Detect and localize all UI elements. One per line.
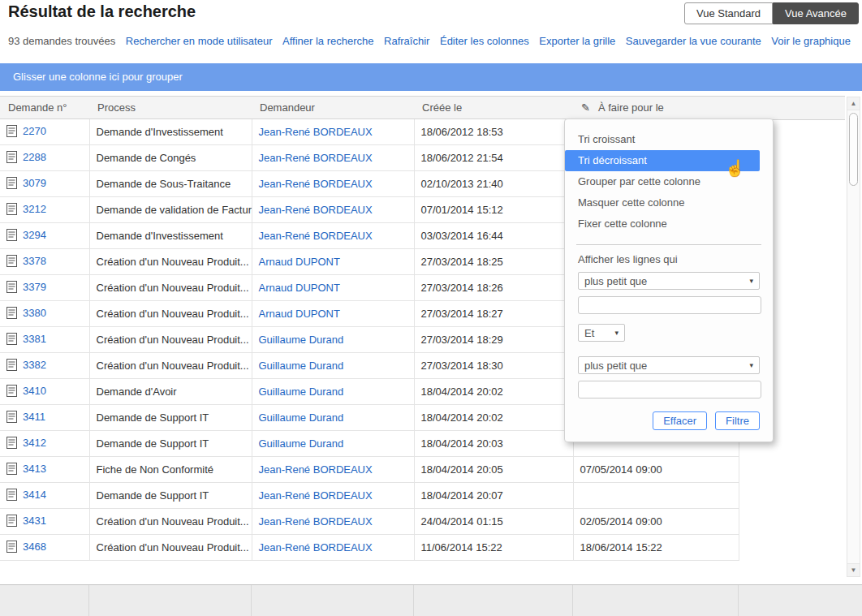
column-header-process[interactable]: Process: [89, 97, 252, 119]
request-id-link[interactable]: 3413: [23, 463, 46, 475]
scroll-up-button[interactable]: ▲: [847, 97, 860, 110]
view-advanced-button[interactable]: Vue Avancée: [773, 2, 859, 24]
document-icon: [6, 463, 17, 477]
created-date-cell: 18/04/2014 20:02: [414, 405, 573, 431]
toolbar-link[interactable]: Affiner la recherche: [282, 35, 374, 47]
filter-operator-2-select[interactable]: plus petit que ▾: [578, 356, 760, 374]
filter-logic-select[interactable]: Et ▾: [578, 324, 625, 342]
created-date-cell: 27/03/2014 18:30: [414, 353, 573, 379]
apply-filter-button[interactable]: Filtre: [715, 411, 760, 430]
requester-link[interactable]: Jean-René BORDEAUX: [259, 541, 373, 554]
toolbar-link[interactable]: Éditer les colonnes: [440, 35, 529, 47]
filter-value-1-input[interactable]: [578, 296, 761, 314]
request-id-link[interactable]: 3412: [23, 437, 46, 449]
menu-item[interactable]: Tri croissant: [565, 129, 773, 150]
requester-link[interactable]: Jean-René BORDEAUX: [259, 126, 373, 138]
requester-link[interactable]: Arnaud DUPONT: [259, 308, 340, 320]
menu-item[interactable]: Tri décroissant: [565, 150, 760, 171]
column-header-a-faire-pour-le[interactable]: ✎À faire pour le: [573, 97, 739, 119]
requester-link[interactable]: Guillaume Durand: [259, 386, 344, 398]
request-id-link[interactable]: 3381: [23, 333, 46, 345]
request-id-link[interactable]: 3410: [23, 385, 46, 397]
column-header-demande-no[interactable]: Demande n°: [0, 97, 89, 119]
table-row[interactable]: 3413 Fiche de Non Conformité Jean-René B…: [0, 457, 739, 483]
document-icon: [6, 385, 17, 399]
requester-link[interactable]: Jean-René BORDEAUX: [259, 204, 373, 216]
requester-link[interactable]: Jean-René BORDEAUX: [259, 230, 373, 242]
toolbar-link[interactable]: Voir le graphique: [771, 35, 851, 47]
request-id-link[interactable]: 3414: [23, 489, 46, 501]
column-header-creee-le[interactable]: Créée le: [414, 97, 573, 119]
process-cell: Demande d'Investissement: [89, 119, 252, 145]
request-id-link[interactable]: 3382: [23, 359, 46, 371]
toolbar-link[interactable]: Rechercher en mode utilisateur: [126, 35, 273, 47]
request-id-link[interactable]: 3380: [23, 307, 46, 319]
process-cell: Demande de Sous-Traitance: [89, 171, 252, 197]
requester-link[interactable]: Jean-René BORDEAUX: [259, 489, 373, 502]
request-id-link[interactable]: 3411: [23, 411, 45, 423]
request-id-link[interactable]: 2288: [23, 151, 46, 163]
filter-operator-2-value: plus petit que: [584, 360, 647, 372]
scroll-down-button[interactable]: ▼: [847, 563, 860, 576]
vertical-scrollbar[interactable]: ▲ ▼: [847, 97, 860, 577]
document-icon: [6, 489, 17, 503]
chevron-down-icon: ▾: [614, 329, 618, 337]
requester-link[interactable]: Jean-René BORDEAUX: [259, 463, 373, 476]
request-id-link[interactable]: 3431: [23, 515, 46, 527]
process-cell: Demande de Support IT: [89, 483, 252, 509]
requester-link[interactable]: Guillaume Durand: [259, 411, 344, 424]
request-id-link[interactable]: 3079: [23, 177, 46, 189]
document-icon: [6, 515, 17, 529]
created-date-cell: 07/01/2014 15:12: [414, 197, 573, 223]
process-cell: Demande de Support IT: [89, 405, 252, 431]
request-id-link[interactable]: 3212: [23, 203, 46, 215]
request-id-link[interactable]: 2270: [23, 125, 46, 137]
document-icon: [6, 359, 17, 373]
created-date-cell: 27/03/2014 18:26: [414, 275, 573, 301]
requester-link[interactable]: Guillaume Durand: [259, 360, 344, 372]
view-standard-button[interactable]: Vue Standard: [684, 2, 773, 24]
requester-link[interactable]: Jean-René BORDEAUX: [259, 178, 373, 190]
requester-link[interactable]: Arnaud DUPONT: [259, 256, 340, 268]
request-id-link[interactable]: 3294: [23, 229, 46, 241]
due-date-cell: 07/05/2014 09:00: [573, 457, 739, 483]
created-date-cell: 27/03/2014 18:25: [414, 249, 573, 275]
menu-item[interactable]: Masquer cette colonne: [565, 192, 773, 213]
table-header-row: Demande n° Process Demandeur Créée le ✎À…: [0, 97, 739, 119]
edit-column-icon[interactable]: ✎: [581, 101, 590, 114]
filter-operator-1-value: plus petit que: [584, 275, 647, 287]
filter-value-2-input[interactable]: [578, 381, 761, 398]
menu-item[interactable]: Fixer cette colonne: [565, 213, 773, 235]
requester-link[interactable]: Jean-René BORDEAUX: [259, 152, 373, 164]
toolbar-link[interactable]: Sauvegarder la vue courante: [626, 35, 761, 47]
column-header-demandeur[interactable]: Demandeur: [252, 97, 414, 119]
request-id-link[interactable]: 3379: [23, 281, 46, 293]
table-row[interactable]: 3414 Demande de Support IT Jean-René BOR…: [0, 483, 739, 509]
toolbar-link[interactable]: Exporter la grille: [539, 35, 615, 47]
grid-footer-row: [0, 584, 862, 616]
header-filler: [739, 96, 845, 120]
created-date-cell: 18/04/2014 20:07: [414, 483, 573, 509]
clear-filter-button[interactable]: Effacer: [653, 411, 707, 430]
document-icon: [6, 437, 17, 451]
page-title: Résultat de la recherche: [8, 2, 196, 21]
scrollbar-thumb[interactable]: [849, 113, 858, 186]
results-count: 93 demandes trouvées: [8, 35, 115, 47]
requester-link[interactable]: Arnaud DUPONT: [259, 282, 340, 294]
created-date-cell: 27/03/2014 18:29: [414, 327, 573, 353]
menu-item[interactable]: Grouper par cette colonne: [565, 171, 773, 192]
chevron-down-icon: ▾: [749, 361, 753, 369]
process-cell: Demande d'Investissement: [89, 223, 252, 249]
request-id-link[interactable]: 3378: [23, 255, 46, 267]
table-row[interactable]: 3468 Création d'un Nouveau Produit... Je…: [0, 535, 739, 561]
request-id-link[interactable]: 3468: [23, 541, 46, 553]
created-date-cell: 18/04/2014 20:05: [414, 457, 573, 483]
filter-operator-1-select[interactable]: plus petit que ▾: [578, 272, 760, 290]
group-drop-zone[interactable]: Glisser une colonne ici pour grouper: [0, 63, 862, 91]
requester-link[interactable]: Guillaume Durand: [259, 334, 344, 346]
requester-link[interactable]: Guillaume Durand: [259, 437, 344, 450]
created-date-cell: 02/10/2013 21:40: [414, 171, 573, 197]
table-row[interactable]: 3431 Création d'un Nouveau Produit... Je…: [0, 509, 739, 535]
requester-link[interactable]: Jean-René BORDEAUX: [259, 515, 373, 528]
toolbar-link[interactable]: Rafraîchir: [384, 35, 429, 47]
